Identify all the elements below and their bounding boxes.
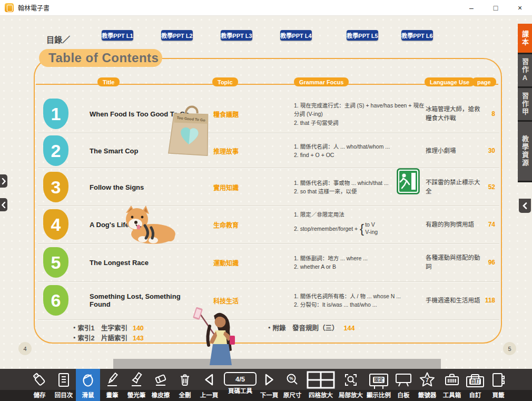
back-to-contents-button[interactable]: 回目次 bbox=[52, 369, 76, 401]
close-button[interactable]: × bbox=[508, 0, 532, 16]
panel-expand-button[interactable] bbox=[0, 174, 7, 188]
unit-page-number: 74 bbox=[473, 221, 495, 228]
selfie-woman-image bbox=[189, 307, 249, 369]
monitor-icon: 固定 bbox=[369, 370, 388, 390]
ppt-button-l2[interactable]: 教學PPT L2 bbox=[161, 30, 193, 41]
pen-tool-button[interactable]: 畫筆 bbox=[100, 369, 124, 401]
page-number-tool[interactable]: 4/5 頁碼工具 bbox=[222, 369, 258, 401]
title-bar: 翰林電子書 – □ × bbox=[0, 0, 532, 16]
prev-page-button[interactable]: 上一頁 bbox=[197, 369, 221, 401]
index-entry-1[interactable]: ・索引1 生字索引140 bbox=[71, 322, 144, 332]
original-size-button[interactable]: % 原尺寸 bbox=[280, 369, 304, 401]
unit-topic: 實用知識 bbox=[213, 183, 274, 192]
svg-text:%: % bbox=[289, 376, 293, 381]
tab-workbook-jia[interactable]: 習作甲 bbox=[518, 88, 532, 122]
zoom-percent-icon: % bbox=[284, 370, 300, 390]
region-zoom-button[interactable]: 局部放大 bbox=[337, 369, 364, 401]
contents-list-icon bbox=[56, 370, 72, 390]
four-pane-zoom-button[interactable]: 四格放大 bbox=[304, 369, 337, 401]
page-number-right: 5 bbox=[503, 342, 516, 355]
unit-topic: 糧食議題 bbox=[213, 110, 274, 119]
star-icon: 7 bbox=[419, 370, 436, 390]
unit-number-badge: 4 bbox=[43, 209, 68, 240]
ppt-button-l3[interactable]: 教學PPT L3 bbox=[221, 30, 252, 41]
display-ratio-button[interactable]: 固定 顯示比例 bbox=[364, 369, 393, 401]
toc-row-unit4[interactable]: 4 A Dog's Life! 生命教育 1. 限定／非限定用法 2. stop… bbox=[34, 207, 503, 242]
delete-all-button[interactable]: 全刪 bbox=[173, 369, 197, 401]
ppt-button-l1[interactable]: 教學PPT L1 bbox=[102, 30, 133, 41]
tab-teaching-resources[interactable]: 教學資源 bbox=[518, 122, 532, 182]
unit-grammar: 1. 現在完成進行式：主詞 (S) + have/has been + 現在分詞… bbox=[294, 101, 428, 127]
usb-drive-icon bbox=[32, 370, 47, 390]
unit-number-badge: 2 bbox=[43, 135, 68, 166]
unit-topic: 推理故事 bbox=[213, 146, 274, 155]
column-header-language: Language Use bbox=[425, 77, 475, 86]
horizontal-scrollbar[interactable] bbox=[113, 359, 441, 369]
mouse-tool-button[interactable]: 滑鼠 bbox=[76, 369, 100, 401]
minimize-button[interactable]: – bbox=[459, 0, 484, 16]
unit-page-number: 52 bbox=[473, 183, 495, 191]
custom-tools-button[interactable]: 自訂 自訂 bbox=[464, 369, 487, 401]
bookmark-book-icon bbox=[490, 370, 507, 390]
unit-title: The Longest Race bbox=[90, 259, 198, 267]
emergency-exit-sign-image bbox=[397, 168, 420, 194]
highlighter-tool-button[interactable]: 螢光筆 bbox=[124, 369, 149, 401]
index-page-number: 144 bbox=[344, 325, 355, 332]
column-header-grammar: Grammar Focus bbox=[294, 77, 349, 86]
unit-grammar: 1. 限定／非限定用法 2. stop/remember/forget + { … bbox=[294, 210, 428, 238]
toc-row-unit2[interactable]: 2 The Smart Cop 推理故事 1. 關係代名詞：人 ... who/… bbox=[34, 134, 503, 168]
toolbox-icon bbox=[443, 370, 461, 390]
toc-heading-zh: 目錄／ bbox=[46, 34, 70, 45]
page-indicator[interactable]: 4/5 bbox=[224, 372, 257, 386]
number-picker-button[interactable]: 7 籤號器 bbox=[414, 369, 440, 401]
next-page-button[interactable]: 下一頁 bbox=[258, 369, 280, 401]
toc-heading-en: Table of Contents bbox=[48, 51, 159, 65]
unit-page-number: 96 bbox=[473, 259, 495, 266]
toc-row-unit1[interactable]: 1 When Food Is Too Good To Go 糧食議題 1. 現在… bbox=[34, 95, 503, 133]
chevron-left-icon bbox=[523, 202, 527, 209]
toolbox-button[interactable]: 工具箱 bbox=[440, 369, 464, 401]
toc-row-unit5[interactable]: 5 The Longest Race 運動知識 1. 關係副詞：地方 ... w… bbox=[34, 244, 503, 280]
whiteboard-icon bbox=[395, 370, 412, 390]
briefcase-icon: 自訂 bbox=[466, 370, 484, 390]
tab-textbook[interactable]: 課本 bbox=[518, 24, 532, 54]
ppt-button-l5[interactable]: 教學PPT L5 bbox=[347, 30, 378, 41]
unit-page-number: 8 bbox=[473, 110, 495, 118]
page-tab-button[interactable]: 頁籤 bbox=[487, 369, 510, 401]
four-pane-icon bbox=[307, 370, 335, 390]
unit-grammar: 1. 關係代名詞所有格：人 / 物 ... whose N ... 2. 分裂句… bbox=[294, 292, 428, 309]
eraser-icon bbox=[153, 370, 169, 390]
app-logo-icon bbox=[5, 3, 14, 12]
appendix-entry[interactable]: ・附錄 發音規則（三）144 bbox=[266, 322, 354, 332]
index-entry-2[interactable]: ・索引2 片語索引143 bbox=[71, 332, 144, 343]
toc-row-unit3[interactable]: 3 Follow the Signs 實用知識 1. 關係代名詞：事或物 ...… bbox=[34, 169, 503, 206]
column-header-page: page bbox=[472, 77, 496, 86]
whiteboard-button[interactable]: 白板 bbox=[393, 369, 414, 401]
column-header-title: Title bbox=[97, 77, 120, 86]
unit-topic: 生命教育 bbox=[213, 220, 274, 229]
unit-topic: 科技生活 bbox=[213, 296, 274, 305]
maximize-button[interactable]: □ bbox=[484, 0, 508, 16]
book-tabs-sidebar: 課本 習作A 習作甲 教學資源 bbox=[518, 24, 532, 182]
sidebar-collapse-button[interactable] bbox=[519, 199, 531, 213]
toc-row-unit6[interactable]: 6 Something Lost, Something Found 科技生活 1… bbox=[34, 282, 503, 318]
tab-workbook-a[interactable]: 習作A bbox=[518, 54, 532, 88]
eraser-tool-button[interactable]: 橡皮擦 bbox=[149, 369, 173, 401]
unit-page-number: 118 bbox=[473, 297, 495, 304]
index-page-number: 140 bbox=[133, 325, 144, 332]
mouse-icon bbox=[80, 370, 96, 390]
ppt-button-l6[interactable]: 教學PPT L6 bbox=[401, 30, 433, 41]
save-button[interactable]: 儲存 bbox=[27, 369, 52, 401]
custom-badge: 自訂 bbox=[469, 378, 481, 385]
index-page-number: 143 bbox=[133, 335, 144, 342]
ppt-button-l4[interactable]: 教學PPT L4 bbox=[280, 30, 312, 41]
region-zoom-icon bbox=[343, 370, 359, 390]
unit-number-badge: 3 bbox=[43, 172, 68, 202]
panel-collapse-button[interactable] bbox=[0, 198, 7, 211]
page-number-left: 4 bbox=[18, 342, 32, 355]
chevron-left-icon bbox=[2, 202, 6, 208]
unit-title: Follow the Signs bbox=[90, 183, 198, 191]
highlighter-icon bbox=[129, 370, 144, 390]
paper-bag-image: Too Good To Go bbox=[166, 100, 213, 158]
brace-glyph: { bbox=[360, 219, 364, 239]
